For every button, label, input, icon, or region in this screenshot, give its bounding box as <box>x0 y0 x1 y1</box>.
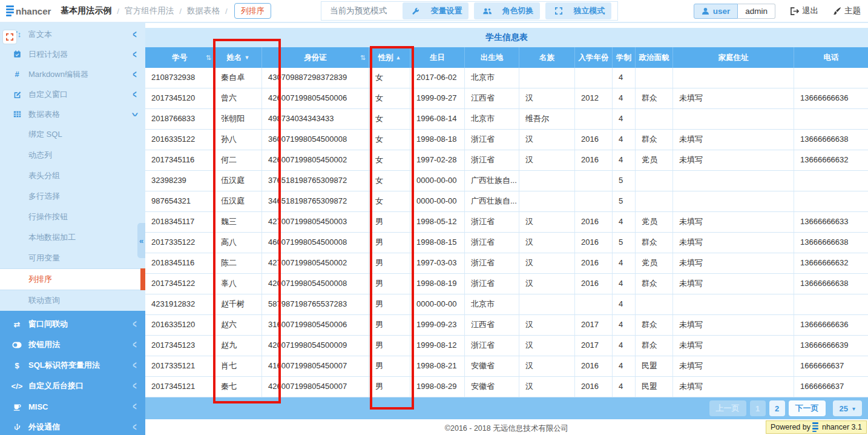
cell-家庭住址: 未填写 <box>673 336 794 356</box>
column-header-电话[interactable]: 电话 <box>794 47 868 68</box>
admin-role-button[interactable]: admin <box>738 4 775 19</box>
sidebar-item-外设通信[interactable]: 外设通信< <box>0 417 145 435</box>
next-page-button[interactable]: 下一页 <box>789 400 826 416</box>
sidebar-subitem-label: 列排序 <box>28 274 145 285</box>
sidebar-subitem-动态列[interactable]: 动态列 <box>0 145 145 165</box>
cell-电话: 13666666632 <box>794 150 868 170</box>
sidebar-subitem-label: 绑定 SQL <box>28 129 145 140</box>
person-icon <box>702 7 709 15</box>
cell-电话: 13666666638 <box>794 130 868 150</box>
cell-入学年份: 2016 <box>575 274 613 294</box>
cell-姓名: 秦七 <box>215 377 262 397</box>
cell-姓名: 赵六 <box>215 315 262 335</box>
column-header-入学年份[interactable]: 入学年份 <box>575 47 613 68</box>
enhancer-logo-icon <box>812 422 818 432</box>
column-header-学制[interactable]: 学制 <box>613 47 636 68</box>
sidebar-subitem-列排序[interactable]: 列排序 <box>0 268 145 290</box>
sidebar-item-Markdown编辑器[interactable]: #Markdown编辑器< <box>0 64 145 84</box>
sidebar-subitem-表头分组[interactable]: 表头分组 <box>0 165 145 186</box>
cell-电话: 13666666632 <box>794 253 868 273</box>
cell-家庭住址: 未填写 <box>673 130 794 150</box>
sidebar-collapse-handle[interactable]: « <box>137 223 145 258</box>
cell-出生地: 浙江省 <box>465 253 519 273</box>
sidebar-subitem-label: 本地数据加工 <box>28 232 145 243</box>
cell-出生地: 安徽省 <box>465 377 519 397</box>
cell-入学年份: 2012 <box>575 88 613 108</box>
cell-家庭住址: 未填写 <box>673 253 794 273</box>
sidebar-item-富文本[interactable]: T↕富文本< <box>0 24 145 44</box>
cell-入学年份: 2016 <box>575 130 613 150</box>
table-row: 2017345122辜八420071998054500008男1998-08-1… <box>145 274 868 294</box>
cell-电话 <box>794 191 868 211</box>
page-button-2[interactable]: 2 <box>769 400 785 416</box>
cell-性别: 女 <box>369 68 410 88</box>
breadcrumb-current[interactable]: 列排序 <box>234 3 271 19</box>
cell-性别: 女 <box>369 130 410 150</box>
cell-姓名: 赵九 <box>215 336 262 356</box>
cell-电话 <box>794 171 868 191</box>
sidebar-item-自定义窗口[interactable]: 自定义窗口< <box>0 84 145 104</box>
breadcrumb-root[interactable]: 基本用法示例 <box>61 5 111 16</box>
column-header-性别[interactable]: 性别▲ <box>369 47 410 68</box>
chevron-down-icon: < <box>128 112 141 116</box>
cell-姓名: 伍汉庭 <box>215 171 262 191</box>
cell-生日: 1999-09-23 <box>410 315 465 335</box>
cell-性别: 男 <box>369 233 410 253</box>
sidebar-subitem-可用变量[interactable]: 可用变量 <box>0 248 145 268</box>
admin-role-label: admin <box>745 7 768 16</box>
sidebar-item-label: MISC <box>28 402 133 411</box>
cell-身份证: 376518198765309872 <box>262 171 369 191</box>
preview-button-独立模式[interactable]: 独立模式 <box>545 2 611 19</box>
column-header-生日[interactable]: 生日 <box>410 47 465 68</box>
cell-名族: 汉 <box>519 377 575 397</box>
logout-button[interactable]: 退出 <box>790 5 818 16</box>
sidebar-item-MISC[interactable]: MISC< <box>0 396 145 417</box>
theme-button[interactable]: 主题 <box>833 5 861 16</box>
sidebar-subitem-绑定 SQL[interactable]: 绑定 SQL <box>0 124 145 145</box>
column-header-出生地[interactable]: 出生地 <box>465 47 519 68</box>
user-role-button[interactable]: user <box>694 4 738 19</box>
cell-电话 <box>794 68 868 88</box>
column-header-学号[interactable]: 学号⇅ <box>145 47 215 68</box>
powered-by-version: nhancer 3.1 <box>822 423 862 431</box>
cell-电话 <box>794 109 868 129</box>
sidebar-item-数据表格[interactable]: 数据表格< <box>0 104 145 124</box>
cell-学制: 4 <box>613 150 636 170</box>
cell-性别: 女 <box>369 191 410 211</box>
column-header-家庭住址[interactable]: 家庭住址 <box>673 47 794 68</box>
logo-text: nhancer <box>16 6 51 16</box>
breadcrumb-item[interactable]: 官方组件用法 <box>125 5 174 16</box>
user-role-label: user <box>713 7 731 16</box>
sidebar-item-自定义后台接口[interactable]: </>自定义后台接口< <box>0 376 145 396</box>
sidebar-item-日程计划器[interactable]: 日程计划器< <box>0 44 145 64</box>
sidebar-subitem-行操作按钮[interactable]: 行操作按钮 <box>0 207 145 227</box>
column-header-政治面貌[interactable]: 政治面貌 <box>636 47 673 68</box>
table-row: 2018345116陈二427007199805450002男1997-03-0… <box>145 253 868 274</box>
cell-入学年份 <box>575 68 613 88</box>
prev-page-button[interactable]: 上一页 <box>709 400 746 416</box>
table-row: 2017345123赵九420071998054500009男1999-08-1… <box>145 336 868 356</box>
chevron-left-icon: < <box>133 339 136 351</box>
cell-家庭住址 <box>673 294 794 314</box>
column-header-身份证[interactable]: 身份证⇅ <box>262 47 369 68</box>
page-size-select[interactable]: 25▾ <box>833 400 863 416</box>
sidebar-subitem-联动查询[interactable]: 联动查询 <box>0 290 145 311</box>
breadcrumb-item[interactable]: 数据表格 <box>187 5 220 16</box>
column-header-姓名[interactable]: 姓名▼ <box>215 47 262 68</box>
cell-政治面貌: 党员 <box>636 253 673 273</box>
preview-button-变量设置[interactable]: 变量设置 <box>403 2 469 19</box>
usb-icon <box>10 423 24 431</box>
cell-学制: 4 <box>613 377 636 397</box>
page-size-value: 25 <box>840 404 848 413</box>
preview-button-角色切换[interactable]: 角色切换 <box>474 2 540 19</box>
page-button-1[interactable]: 1 <box>750 400 766 416</box>
sidebar-subitem-本地数据加工[interactable]: 本地数据加工 <box>0 227 145 248</box>
sidebar-item-按钮用法[interactable]: 按钮用法< <box>0 334 145 355</box>
sidebar-fullscreen-button[interactable] <box>3 30 16 44</box>
sidebar-subitem-多行选择[interactable]: 多行选择 <box>0 186 145 207</box>
sidebar-item-窗口间联动[interactable]: ⇄窗口间联动< <box>0 314 145 334</box>
column-header-名族[interactable]: 名族 <box>519 47 575 68</box>
cell-出生地: 广西壮族自... <box>465 171 519 191</box>
sidebar-item-SQL标识符变量用法[interactable]: $SQL标识符变量用法< <box>0 355 145 376</box>
table-row: 2018766833张朝阳498734034343433女1996-08-14北… <box>145 109 868 130</box>
